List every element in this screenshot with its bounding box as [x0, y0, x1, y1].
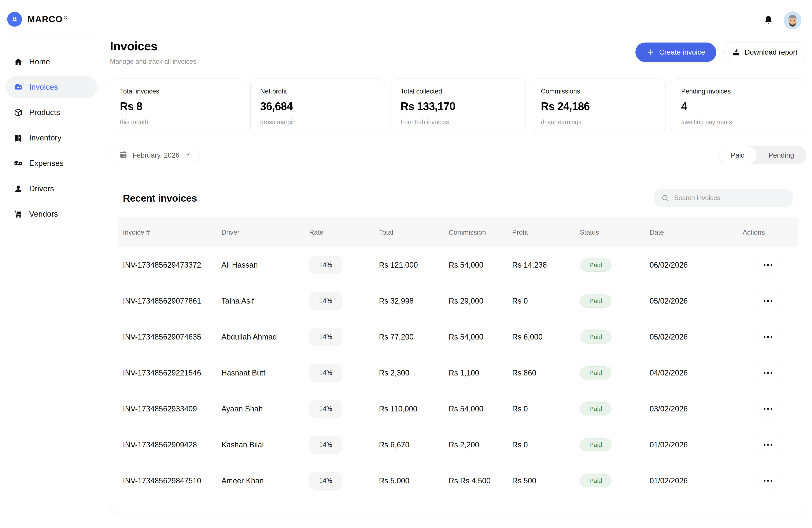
cell-driver: Talha Asif [221, 297, 309, 305]
sidebar-item-drivers[interactable]: Drivers [5, 177, 97, 200]
stat-card-label: Pending invoices [681, 88, 796, 95]
cabinet-icon [14, 133, 23, 143]
stat-card: Total collected Rs 133,170 from Feb invo… [391, 79, 525, 134]
search-box [654, 189, 793, 207]
user-avatar[interactable] [784, 11, 801, 29]
status-badge: Paid [580, 295, 611, 308]
cell-invoice-no: INV-17348562933409 [123, 404, 221, 413]
cell-total: Rs 6,670 [379, 440, 449, 449]
cell-driver: Hasnaat Butt [221, 369, 309, 377]
brand-logo: MARCO® [0, 0, 103, 37]
rate-chip: 14% [309, 400, 342, 418]
ellipsis-icon [764, 408, 766, 410]
cell-total: Rs 110,000 [379, 404, 449, 413]
ellipsis-icon [764, 444, 766, 446]
rate-chip: 14% [309, 256, 342, 274]
search-icon [661, 194, 669, 202]
stat-card-value: Rs 8 [120, 100, 235, 113]
sidebar-item-vendors[interactable]: Vendors [5, 203, 97, 225]
stat-card-label: Commissions [541, 88, 656, 95]
row-actions-button[interactable] [759, 256, 777, 274]
sidebar-item-label: Vendors [29, 210, 58, 218]
cell-invoice-no: INV-173485629847510 [123, 476, 221, 485]
status-badge: Paid [580, 258, 611, 272]
rate-chip: 14% [309, 436, 342, 454]
cell-profit: Rs 0 [512, 440, 580, 449]
cell-date: 06/02/2026 [650, 261, 743, 270]
column-header: Total [379, 228, 449, 236]
column-header: Rate [309, 228, 379, 236]
cell-profit: Rs 6,000 [512, 332, 580, 341]
cell-commission: Rs 54,000 [449, 261, 512, 270]
sidebar-item-label: Expenses [29, 159, 64, 168]
cell-invoice-no: INV-173485629074635 [123, 332, 221, 341]
stat-card-label: Total collected [401, 88, 516, 95]
stat-card-value: Rs 133,170 [401, 100, 516, 113]
toggle-option-paid[interactable]: Paid [719, 146, 757, 164]
cell-date: 01/02/2026 [650, 440, 743, 449]
panel-header: Recent invoices [118, 189, 798, 207]
cell-invoice-no: INV-173485629077861 [123, 297, 221, 305]
stat-card-label: Total invoices [120, 88, 235, 95]
cell-total: Rs 2,300 [379, 369, 449, 377]
cell-total: Rs 77,200 [379, 332, 449, 341]
cell-driver: Kashan Bilal [221, 440, 309, 449]
row-actions-button[interactable] [759, 472, 777, 490]
row-actions-button[interactable] [759, 436, 777, 454]
search-input[interactable] [674, 194, 786, 202]
sidebar-item-products[interactable]: Products [5, 101, 97, 124]
cell-driver: Ameer Khan [221, 476, 309, 485]
ellipsis-icon [764, 300, 766, 302]
row-actions-button[interactable] [759, 292, 777, 310]
cell-commission: Rs 54,000 [449, 404, 512, 413]
cell-profit: Rs 14,238 [512, 261, 580, 270]
column-header: Status [580, 228, 650, 236]
cell-date: 04/02/2026 [650, 369, 743, 377]
sidebar-item-label: Drivers [29, 184, 54, 193]
sidebar-item-inventory[interactable]: Inventory [5, 127, 97, 149]
filter-row: February, 2026 Paid Pending [110, 146, 806, 165]
ellipsis-icon [764, 336, 766, 338]
month-filter-value: February, 2026 [133, 151, 179, 159]
sidebar-item-label: Products [29, 108, 60, 117]
column-header: Driver [221, 228, 309, 236]
cell-profit: Rs 0 [512, 404, 580, 413]
toggle-option-pending[interactable]: Pending [757, 146, 806, 164]
person-icon [14, 184, 23, 193]
cell-total: Rs 121,000 [379, 261, 449, 270]
table-row: INV-17348562933409 Ayaan Shah 14% Rs 110… [118, 391, 798, 427]
stat-card-note: awaiting payments [681, 119, 796, 126]
row-actions-button[interactable] [759, 364, 777, 382]
brand-logo-icon [7, 12, 22, 27]
brand-name: MARCO® [28, 14, 67, 24]
status-badge: Paid [580, 366, 611, 380]
table-row: INV-173485629077861 Talha Asif 14% Rs 32… [118, 283, 798, 319]
column-header: Invoice # [123, 228, 221, 236]
row-actions-button[interactable] [759, 400, 777, 418]
invoice-icon [14, 83, 23, 92]
status-badge: Paid [580, 330, 611, 344]
table-row: INV-173485629473372 Ali Hassan 14% Rs 12… [118, 247, 798, 283]
cell-driver: Abdullah Ahmad [221, 332, 309, 341]
recent-invoices-panel: Recent invoices Invoice # Driver Rate To… [110, 177, 806, 513]
rate-chip: 14% [309, 364, 342, 382]
notifications-bell-icon[interactable] [763, 14, 774, 26]
sidebar-item-expenses[interactable]: Expenses [5, 152, 97, 174]
stat-card: Net profit 36,684 gross margin [250, 79, 385, 134]
cart-icon [14, 210, 23, 219]
create-invoice-button[interactable]: Create invoice [635, 43, 716, 62]
download-report-button[interactable]: Download report [723, 43, 806, 62]
page-subtitle: Manage and track all invoices [110, 58, 196, 66]
sidebar-item-home[interactable]: Home [5, 51, 97, 73]
cell-date: 05/02/2026 [650, 332, 743, 341]
table-row: INV-173485629074635 Abdullah Ahmad 14% R… [118, 319, 798, 355]
row-actions-button[interactable] [759, 328, 777, 346]
header-actions: Create invoice Download report [635, 43, 806, 62]
sidebar-item-invoices[interactable]: Invoices [5, 76, 97, 98]
stat-card-value: Rs 24,186 [541, 100, 656, 113]
cell-commission: Rs 29,000 [449, 297, 512, 305]
sidebar: MARCO® Home Invoices [0, 0, 103, 528]
sidebar-nav: Home Invoices Products [0, 38, 103, 239]
cell-profit: Rs 860 [512, 369, 580, 377]
month-filter-dropdown[interactable]: February, 2026 [110, 146, 200, 165]
